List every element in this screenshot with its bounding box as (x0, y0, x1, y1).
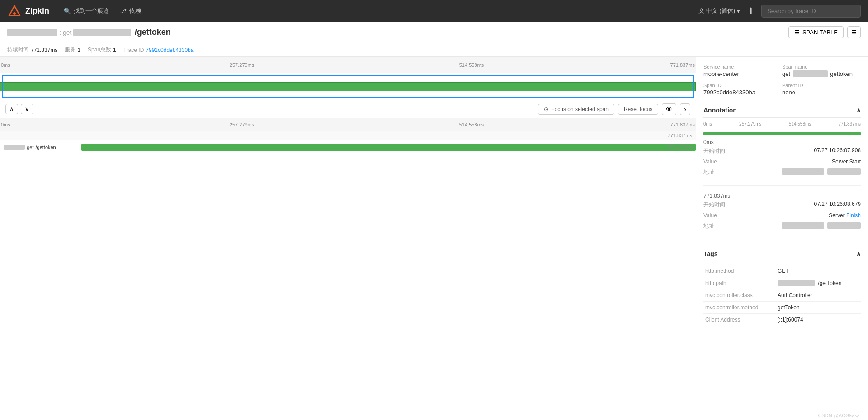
annotation-detail-value-0: Value Server Start (703, 157, 861, 167)
span-name-value: get ████ gettoken (782, 70, 861, 77)
ann-starttime-value-1: 07/27 10:26:08.679 (814, 201, 861, 209)
annotation-entry-1: 771.837ms 开始时间 07/27 10:26:08.679 Value … (703, 193, 861, 239)
right-panel: Service name mobile-center Span name get… (696, 57, 868, 417)
annotation-header[interactable]: Annotation ∧ (703, 103, 861, 118)
tag-value-http-method: GET (776, 265, 861, 277)
upload-button[interactable]: ⬆ (747, 6, 754, 16)
ann-address-label-0: 地址 (703, 168, 740, 176)
duration-info: 持续时间 771.837ms (7, 46, 57, 54)
ann-tick-257: 257.279ms (739, 121, 761, 126)
tag-value-client-address: [::1]:60074 (776, 314, 861, 326)
annotation-ticks: 0ms 257.279ms 514.558ms 771.837ms (703, 121, 861, 126)
span-tick-0ms: 0ms (1, 122, 10, 127)
span-name-label: Span name (782, 64, 861, 70)
duration-label: 持续时间 (7, 46, 29, 54)
visibility-button[interactable]: 👁 (662, 103, 676, 115)
app-title: Zipkin (25, 6, 49, 16)
expand-down-button[interactable]: ∨ (21, 104, 33, 114)
hamburger-icon: ☰ (851, 29, 857, 36)
span-overview[interactable] (0, 73, 696, 100)
annotation-timeline-container: 0ms 257.279ms 514.558ms 771.837ms (703, 121, 861, 135)
services-label: 服务 (65, 46, 75, 54)
lang-icon: 文 (698, 7, 704, 15)
service-span-info: Service name mobile-center Span name get… (703, 64, 861, 96)
service-name-value: mobile-center (703, 70, 782, 77)
nav-dependency[interactable]: ⎇ 依赖 (120, 7, 141, 15)
tick-257ms: 257.279ms (230, 62, 254, 68)
right-arrow-icon: › (684, 106, 686, 113)
service-name-field: Service name mobile-center (703, 64, 782, 77)
span-id-field: Span ID 7992c0dde84330ba (703, 83, 782, 96)
tag-row-client-address: Client Address [::1]:60074 (703, 314, 861, 326)
ann-address-value-1: ████ ████ (782, 222, 861, 230)
tag-row-http-path: http.path ████ /getToken (703, 277, 861, 289)
ann-value-text-1: Server Finish (829, 212, 861, 219)
nav-find-trace[interactable]: 🔍 找到一个痕迹 (64, 7, 109, 15)
span-tick-257ms: 257.279ms (230, 122, 254, 127)
footer: CSDN @ACGkaka_ (812, 411, 868, 420)
span-row[interactable]: ████ get /gettoken 771.837ms (0, 140, 696, 154)
span-service-blurred: ████ (4, 145, 25, 150)
annotation-collapse-icon: ∧ (856, 107, 861, 114)
spanid-parentid-row: Span ID 7992c0dde84330ba Parent ID none (703, 83, 861, 96)
service-name-label: Service name (703, 64, 782, 70)
spans-label: Span总数 (88, 46, 111, 54)
ann-address-value-0: ████ ████ (782, 168, 861, 176)
tags-table: http.method GET http.path ████ /getToken… (703, 265, 861, 326)
span-duration: 771.837ms (668, 145, 692, 150)
tick-771ms: 771.837ms (670, 62, 695, 68)
search-input[interactable] (761, 5, 861, 18)
nav-dependency-label: 依赖 (129, 7, 141, 15)
ann-address-label-1: 地址 (703, 222, 740, 230)
annotation-entry-0: 0ms 开始时间 07/27 10:26:07.908 Value Server… (703, 139, 861, 186)
tag-row-mvc-class: mvc.controller.class AuthController (703, 289, 861, 302)
traceid-label: Trace ID (123, 47, 144, 53)
dependency-nav-icon: ⎇ (120, 8, 127, 14)
span-path: /gettoken (35, 145, 56, 150)
tick-0ms: 0ms (1, 62, 10, 68)
spans-value: 1 (113, 47, 116, 53)
navbar-right: 文 中文 (简休) ▾ ⬆ (698, 5, 861, 18)
span-table-label: SPAN TABLE (802, 29, 838, 36)
span-table-button[interactable]: ☰ SPAN TABLE (788, 26, 844, 38)
reset-focus-button[interactable]: Reset focus (618, 104, 658, 115)
focus-span-button[interactable]: ⊙ Focus on selected span (538, 104, 614, 115)
services-value: 1 (77, 47, 80, 53)
eye-icon: 👁 (666, 106, 672, 113)
annotation-detail-address-0: 地址 ████ ████ (703, 167, 861, 178)
expand-button[interactable]: › (680, 103, 690, 115)
span-tick-771ms: 771.837ms (670, 122, 695, 127)
annotation-detail-starttime-1: 开始时间 07/27 10:26:08.679 (703, 199, 861, 210)
annotation-section: Annotation ∧ 0ms 257.279ms 514.558ms 771… (703, 103, 861, 239)
annotation-time-0: 0ms (703, 139, 861, 145)
menu-button[interactable]: ☰ (847, 26, 861, 38)
annotation-detail-value-1: Value Server Finish (703, 210, 861, 220)
parent-id-field: Parent ID none (782, 83, 861, 96)
tag-key-http-method: http.method (703, 265, 776, 277)
language-selector[interactable]: 文 中文 (简休) ▾ (698, 7, 740, 15)
span-method: get (27, 145, 33, 150)
chevron-down-icon: ▾ (737, 8, 740, 14)
tag-value-http-path: ████ /getToken (776, 277, 861, 289)
annotation-detail-starttime-0: 开始时间 07/27 10:26:07.908 (703, 145, 861, 157)
traceid-info: Trace ID 7992c0dde84330ba (123, 46, 194, 54)
reset-focus-label: Reset focus (624, 106, 652, 112)
annotation-label: Annotation (703, 107, 737, 114)
lang-label: 中文 (简休) (706, 7, 735, 15)
span-bar-area (81, 140, 696, 154)
span-name-blurred: ████ (793, 70, 828, 77)
timeline-overview-header: 0ms 257.279ms 514.558ms 771.837ms (0, 57, 696, 73)
span-id-label: Span ID (703, 83, 782, 88)
table-icon: ☰ (794, 29, 800, 36)
logo[interactable]: Zipkin (7, 4, 49, 18)
trace-viewer: 0ms 257.279ms 514.558ms 771.837ms ∧ ∨ ⊙ … (0, 57, 696, 417)
search-nav-icon: 🔍 (64, 8, 71, 14)
service-prefix: ████████ : get ████████ (7, 29, 131, 36)
ann-tick-0: 0ms (703, 121, 712, 126)
duration-value: 771.837ms (31, 47, 57, 53)
expand-up-button[interactable]: ∧ (5, 104, 18, 114)
ann-starttime-label-0: 开始时间 (703, 147, 740, 155)
main-content: 0ms 257.279ms 514.558ms 771.837ms ∧ ∨ ⊙ … (0, 57, 868, 417)
ann-value-text-0: Server Start (832, 159, 861, 165)
tags-header[interactable]: Tags ∧ (703, 247, 861, 261)
